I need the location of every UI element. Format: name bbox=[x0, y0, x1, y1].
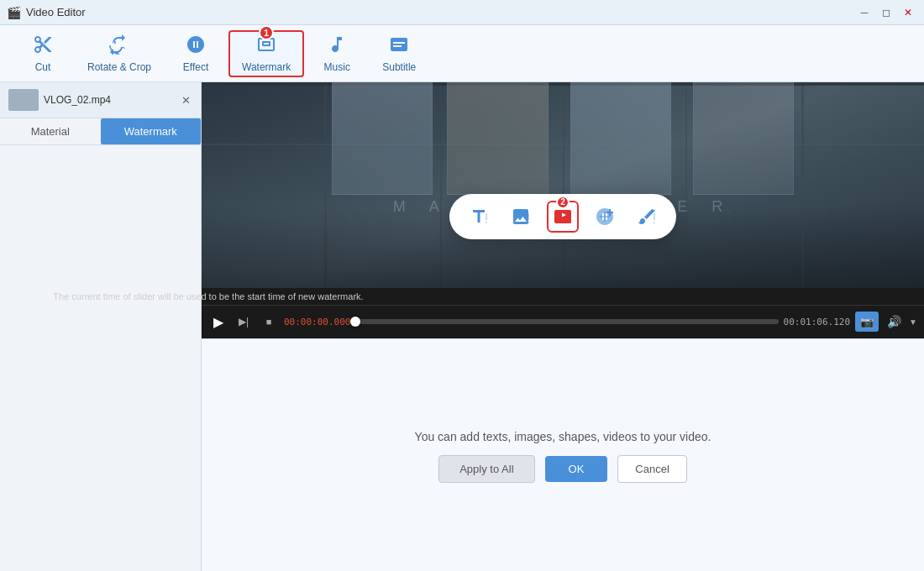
apply-to-all-button[interactable]: Apply to All bbox=[438, 455, 534, 483]
music-label: Music bbox=[324, 61, 350, 73]
file-thumbnail bbox=[8, 89, 39, 111]
floating-toolbar: 2 bbox=[449, 194, 676, 239]
minimize-button[interactable]: ─ bbox=[855, 3, 874, 22]
watermark-info-text: You can add texts, images, shapes, video… bbox=[415, 430, 711, 443]
dropdown-arrow: ▼ bbox=[909, 317, 917, 327]
step-forward-button[interactable]: ▶| bbox=[234, 312, 254, 332]
subtitle-icon bbox=[389, 34, 409, 58]
stop-button[interactable]: ■ bbox=[259, 312, 279, 332]
subtitle-label: Subtitle bbox=[382, 61, 416, 73]
tool-cut[interactable]: Cut bbox=[13, 30, 72, 77]
sidebar: VLOG_02.mp4 ✕ Material Watermark bbox=[0, 82, 202, 571]
snapshot-button[interactable]: 📷 bbox=[855, 312, 879, 332]
effect-icon bbox=[186, 34, 206, 58]
file-name: VLOG_02.mp4 bbox=[44, 94, 175, 106]
cut-label: Cut bbox=[35, 61, 51, 73]
toolbar: Cut Rotate & Crop Effect 1 Watermark Mus… bbox=[0, 25, 924, 82]
tool-rotate-crop[interactable]: Rotate & Crop bbox=[76, 30, 163, 77]
add-video-watermark-button[interactable]: 2 bbox=[547, 201, 579, 233]
video-background: · · · · · · · · · · · · · · · · · · · · … bbox=[202, 82, 924, 288]
float-step-badge: 2 bbox=[556, 196, 570, 209]
add-text-button[interactable] bbox=[463, 201, 495, 233]
app-icon: 🎬 bbox=[7, 6, 21, 19]
progress-bar[interactable] bbox=[355, 319, 778, 324]
video-preview: · · · · · · · · · · · · · · · · · · · · … bbox=[202, 82, 924, 288]
main-layout: VLOG_02.mp4 ✕ Material Watermark bbox=[0, 82, 924, 571]
file-tab: VLOG_02.mp4 ✕ bbox=[0, 82, 201, 118]
time-end: 00:01:06.120 bbox=[784, 317, 850, 327]
sidebar-tabs: Material Watermark bbox=[0, 118, 201, 145]
add-brush-button[interactable] bbox=[631, 201, 663, 233]
cancel-button[interactable]: Cancel bbox=[617, 455, 686, 483]
watermark-step-badge: 1 bbox=[259, 25, 274, 40]
effect-label: Effect bbox=[183, 61, 208, 73]
tool-music[interactable]: Music bbox=[307, 30, 366, 77]
hint-container: The current time of slider will be used … bbox=[202, 288, 924, 305]
time-start: 00:00:00.000 bbox=[284, 317, 350, 327]
cut-icon bbox=[33, 34, 53, 58]
close-button[interactable]: ✕ bbox=[899, 3, 917, 22]
title-bar-controls: ─ ◻ ✕ bbox=[855, 3, 917, 22]
watermark-info-panel: You can add texts, images, shapes, video… bbox=[202, 338, 924, 572]
title-bar-left: 🎬 Video Editor bbox=[7, 6, 86, 19]
add-image-button[interactable] bbox=[505, 201, 537, 233]
close-file-tab-button[interactable]: ✕ bbox=[180, 94, 192, 107]
controls-bar: ▶ ▶| ■ 00:00:00.000 00:01:06.120 📷 🔊 ▼ bbox=[202, 305, 924, 338]
hint-text: The current time of slider will be used … bbox=[0, 291, 563, 301]
title-bar: 🎬 Video Editor ─ ◻ ✕ bbox=[0, 0, 924, 25]
sidebar-tab-watermark[interactable]: Watermark bbox=[101, 118, 202, 144]
watermark-label: Watermark bbox=[242, 61, 291, 73]
volume-button[interactable]: 🔊 bbox=[884, 312, 904, 332]
ok-button[interactable]: OK bbox=[545, 456, 608, 482]
rotate-crop-icon bbox=[109, 34, 129, 58]
rotate-crop-label: Rotate & Crop bbox=[87, 61, 151, 73]
video-column: · · · · · · · · · · · · · · · · · · · · … bbox=[202, 82, 924, 571]
sidebar-content bbox=[0, 145, 201, 571]
tool-subtitle[interactable]: Subtitle bbox=[370, 30, 428, 77]
play-button[interactable]: ▶ bbox=[208, 312, 228, 332]
add-shape-button[interactable] bbox=[589, 201, 621, 233]
app-title: Video Editor bbox=[26, 6, 86, 18]
music-icon bbox=[327, 34, 347, 58]
sidebar-tab-material[interactable]: Material bbox=[0, 118, 101, 144]
tool-watermark[interactable]: 1 Watermark bbox=[228, 30, 304, 77]
progress-thumb bbox=[350, 317, 360, 327]
bottom-buttons: Apply to All OK Cancel bbox=[438, 455, 687, 483]
tool-effect[interactable]: Effect bbox=[166, 30, 225, 77]
arch-lines: · · · · · · · · · · · · · · · · · · · · … bbox=[202, 82, 924, 288]
restore-button[interactable]: ◻ bbox=[877, 3, 895, 22]
